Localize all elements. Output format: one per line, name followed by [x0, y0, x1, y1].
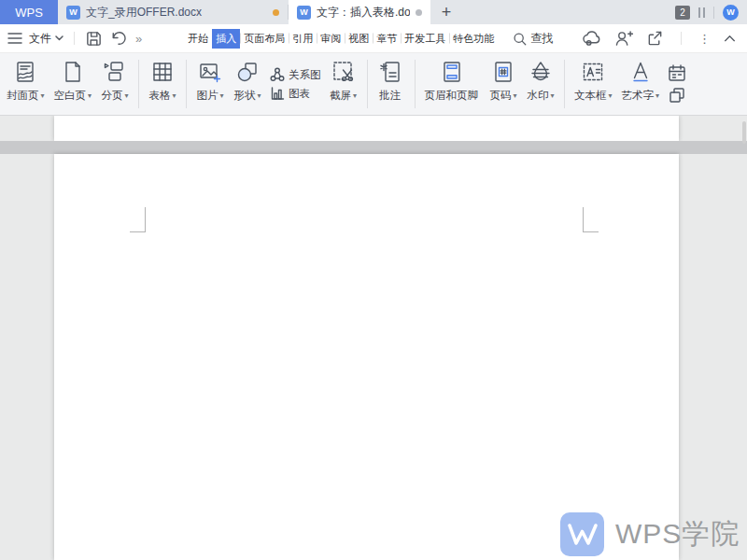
- wps-academy-watermark: WPS学院: [560, 512, 740, 556]
- group-divider: [138, 60, 139, 108]
- collapse-ribbon-icon[interactable]: [724, 35, 736, 42]
- ribbon-label: 文本框: [574, 89, 607, 103]
- tab-references[interactable]: 引用: [289, 29, 317, 49]
- ribbon-picture-button[interactable]: 图片▾: [191, 53, 229, 115]
- ribbon-label: 表格: [149, 89, 171, 103]
- margin-corner-mark-left: [130, 207, 146, 232]
- toolbar-overflow-icon[interactable]: »: [135, 32, 141, 46]
- ribbon-label: 批注: [379, 89, 401, 103]
- menubar-left: 文件 »: [7, 30, 141, 48]
- ribbon-chart-button[interactable]: 图表: [270, 86, 321, 101]
- more-options-icon[interactable]: ⋮: [698, 32, 711, 46]
- ribbon-screenshot-button[interactable]: 截屏▾: [325, 53, 362, 115]
- find-button[interactable]: 查找: [513, 31, 553, 47]
- tab-developer[interactable]: 开发工具: [401, 29, 449, 49]
- writer-doc-icon: W: [66, 6, 80, 20]
- ribbon-tabs: 开始 插入 页面布局 引用 审阅 视图 章节 开发工具 特色功能: [184, 29, 498, 49]
- message-count-badge[interactable]: 2: [675, 6, 690, 20]
- ribbon-label: 分页: [102, 89, 123, 103]
- writer-doc-icon: W: [297, 6, 311, 20]
- wps-account-logo-icon[interactable]: W: [723, 5, 739, 21]
- ribbon-text-box-button[interactable]: 文本框▾: [570, 53, 617, 115]
- ribbon-toolbar: 封面页▾ 空白页▾ 分页▾ 表格▾: [0, 52, 747, 116]
- ribbon-watermark-button[interactable]: 水印▾: [522, 53, 559, 115]
- previous-page-bottom[interactable]: [54, 116, 679, 141]
- dropdown-caret: ▾: [655, 91, 659, 100]
- ribbon-label: 水印: [528, 89, 549, 103]
- ribbon-label: 图片: [197, 89, 218, 103]
- tab-insert[interactable]: 插入: [212, 29, 240, 49]
- comment-icon: [379, 60, 403, 84]
- tab-home[interactable]: 开始: [184, 29, 212, 49]
- ribbon-diagram-chart-group: 关系图 图表: [266, 53, 325, 115]
- share-icon[interactable]: [646, 30, 664, 47]
- margin-corner-mark-right: [583, 207, 599, 232]
- tab-page-layout[interactable]: 页面布局: [240, 29, 289, 49]
- invite-user-icon[interactable]: [614, 30, 633, 47]
- page-gap-band: [0, 141, 747, 154]
- ribbon-date-button[interactable]: [668, 63, 686, 82]
- group-divider: [186, 60, 187, 108]
- ribbon-diagram-button[interactable]: 关系图: [270, 67, 321, 82]
- divider: [74, 32, 75, 45]
- ribbon-date-object-group: [666, 53, 688, 115]
- ribbon-table-button[interactable]: 表格▾: [144, 53, 181, 115]
- document-canvas[interactable]: WPS学院: [0, 116, 747, 560]
- wordart-icon: [628, 60, 653, 84]
- dropdown-caret: ▾: [220, 91, 224, 100]
- diagram-icon: [270, 67, 285, 82]
- ribbon-comment-button[interactable]: 批注: [373, 53, 410, 115]
- ribbon-label: 截屏: [330, 89, 351, 103]
- ribbon-blank-page-button[interactable]: 空白页▾: [49, 53, 97, 115]
- tab-view[interactable]: 视图: [345, 29, 373, 49]
- dropdown-caret: ▾: [88, 91, 92, 100]
- save-icon[interactable]: [85, 30, 103, 48]
- window-bars-icon: [698, 7, 705, 18]
- undo-icon[interactable]: [109, 30, 127, 48]
- ribbon-header-footer-button[interactable]: 页眉和页脚: [420, 53, 486, 115]
- tabbar-right-controls: 2 W: [675, 0, 747, 24]
- dropdown-caret: ▾: [41, 91, 45, 100]
- vertical-scrollbar-thumb[interactable]: [742, 121, 746, 144]
- screenshot-scissors-icon: [331, 60, 356, 84]
- ribbon-page-number-button[interactable]: 页码▾: [485, 53, 522, 115]
- document-tab-2[interactable]: W 文字：插入表格.docx: [289, 0, 430, 24]
- chevron-down-icon: [55, 35, 63, 41]
- menubar-right-controls: ⋮: [582, 29, 740, 49]
- divider: [713, 7, 714, 19]
- group-divider: [415, 60, 416, 108]
- hamburger-menu-icon[interactable]: [7, 32, 22, 45]
- dropdown-caret: ▾: [353, 91, 357, 100]
- tab-special-features[interactable]: 特色功能: [449, 29, 498, 49]
- shapes-icon: [235, 60, 260, 84]
- ribbon-shapes-button[interactable]: 形状▾: [229, 53, 266, 115]
- blank-page-icon: [61, 60, 85, 84]
- divider: [681, 32, 682, 45]
- ribbon-page-break-button[interactable]: 分页▾: [96, 53, 134, 115]
- document-tab-1[interactable]: W 文字_录用OFFER.docx: [58, 0, 288, 24]
- calendar-icon: [668, 63, 686, 82]
- wps-academy-logo-icon: [560, 512, 604, 556]
- cloud-sync-button[interactable]: [582, 29, 601, 49]
- ribbon-wordart-button[interactable]: 艺术字▾: [617, 53, 665, 115]
- document-page[interactable]: [54, 154, 679, 560]
- text-box-icon: [581, 60, 605, 84]
- tab-title: 文字：插入表格.docx: [317, 5, 410, 21]
- wps-menu-button[interactable]: WPS: [0, 0, 58, 24]
- ribbon-label: 关系图: [289, 68, 321, 82]
- watermark-icon: [529, 60, 553, 84]
- file-menu-button[interactable]: 文件: [29, 31, 63, 47]
- dropdown-caret: ▾: [173, 91, 176, 100]
- ribbon-label: 图表: [289, 87, 310, 101]
- ribbon-cover-page-button[interactable]: 封面页▾: [2, 53, 49, 115]
- file-menu-label: 文件: [29, 31, 51, 47]
- tab-review[interactable]: 审阅: [317, 29, 345, 49]
- ribbon-object-button[interactable]: [668, 86, 686, 105]
- cover-page-icon: [13, 60, 37, 84]
- new-tab-button[interactable]: +: [430, 0, 462, 24]
- ribbon-label: 艺术字: [622, 89, 655, 103]
- page-number-icon: [491, 60, 515, 84]
- ribbon-label: 页码: [490, 89, 512, 103]
- tab-section[interactable]: 章节: [373, 29, 401, 49]
- menu-bar: 文件 » 开始 插入 页面布局 引用 审阅 视图 章节 开发工具 特色功能 查找: [0, 24, 747, 52]
